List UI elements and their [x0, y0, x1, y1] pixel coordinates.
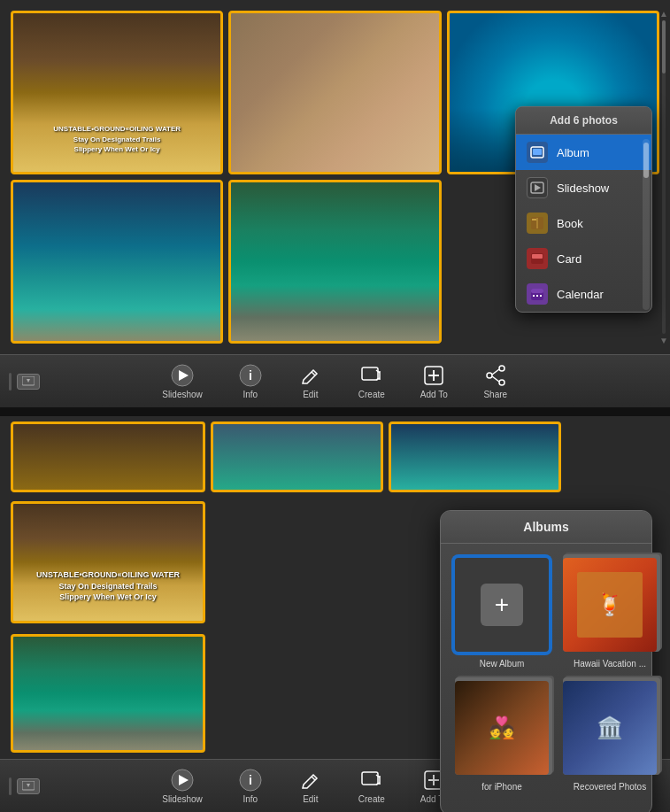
svg-point-28 [487, 373, 492, 378]
albums-modal-header: Albums [441, 511, 651, 544]
bottom-top-strip [0, 416, 670, 496]
album-item-hawaii[interactable]: 🍹 Hawaii Vacation ... [561, 556, 658, 669]
panel-divider [0, 407, 670, 416]
recovered-album-label: Recovered Photos [574, 782, 646, 792]
svg-rect-21 [362, 367, 378, 380]
svg-marker-32 [27, 784, 30, 787]
bottom-photo-warning[interactable] [11, 501, 205, 623]
album-icon [527, 142, 548, 163]
bottom-toolbar-create-item[interactable]: Create [350, 764, 394, 808]
recovered-album-stack: 🏛️ [561, 679, 658, 777]
bottom-main-content: Albums + New Album [0, 496, 670, 753]
bottom-toolbar-slideshow-item[interactable]: Slideshow [153, 764, 212, 808]
edit-toolbar-label: Edit [303, 390, 318, 399]
top-panel: ▲ ▼ Add 6 photos Album Slidesh [0, 0, 670, 407]
svg-marker-3 [535, 184, 541, 191]
book-icon [527, 213, 548, 234]
dropdown-item-slideshow[interactable]: Slideshow [516, 170, 651, 205]
bottom-info-toolbar-label: Info [243, 794, 258, 804]
info-toolbar-label: Info [243, 390, 258, 399]
album-item-iphone[interactable]: 💑 for iPhone [453, 679, 551, 792]
bottom-left-photos [11, 501, 205, 753]
card-icon [527, 248, 548, 269]
dropdown-item-book[interactable]: Book [516, 205, 651, 241]
share-toolbar-label: Share [483, 390, 507, 399]
calendar-icon [527, 283, 548, 305]
photo-thumb-5[interactable] [228, 180, 441, 344]
strip-photo-1[interactable] [11, 421, 205, 492]
share-icon [483, 363, 508, 388]
hawaii-album-label: Hawaii Vacation ... [574, 659, 646, 669]
new-album-cover[interactable]: + [453, 556, 551, 653]
scrollbar[interactable]: ▲ ▼ [659, 9, 668, 345]
album-label: Album [557, 146, 589, 159]
edit-icon [298, 363, 323, 388]
album-modal-container: Albums + New Album [214, 501, 659, 753]
bottom-create-toolbar-label: Create [358, 794, 385, 804]
dropdown-header: Add 6 photos [516, 107, 651, 135]
bottom-info-icon: i [238, 768, 263, 793]
dropdown-item-card[interactable]: Card [516, 241, 651, 276]
scroll-up-arrow[interactable]: ▲ [659, 9, 668, 19]
scroll-thumb [662, 20, 666, 73]
bottom-edit-icon [298, 768, 323, 793]
svg-line-29 [492, 369, 499, 375]
create-toolbar-label: Create [358, 390, 385, 399]
bottom-photo-pool[interactable] [11, 634, 205, 753]
hawaii-album-cover[interactable]: 🍹 [561, 556, 658, 653]
resize-handle-icon [9, 373, 12, 391]
recovered-album-cover[interactable]: 🏛️ [561, 679, 658, 777]
svg-rect-38 [362, 772, 378, 785]
svg-rect-8 [532, 254, 543, 259]
toolbar-slideshow-item[interactable]: Slideshow [153, 360, 212, 403]
album-item-new[interactable]: + New Album [453, 556, 551, 669]
bottom-slideshow-toolbar-label: Slideshow [162, 794, 203, 804]
iphone-album-cover[interactable]: 💑 [453, 679, 551, 777]
toolbar-share-item[interactable]: Share [474, 360, 517, 403]
bottom-slideshow-play-icon [170, 768, 195, 793]
svg-rect-11 [533, 295, 535, 297]
photo-thumb-2[interactable] [228, 11, 441, 174]
svg-point-26 [499, 366, 504, 371]
svg-line-37 [312, 777, 315, 780]
scroll-down-arrow[interactable]: ▼ [659, 336, 668, 345]
slideshow-label: Slideshow [557, 182, 609, 195]
svg-text:i: i [249, 368, 252, 383]
card-label: Card [557, 252, 581, 266]
bottom-resize-handle-icon [9, 777, 12, 795]
svg-rect-1 [533, 149, 542, 155]
photo-thumb-4[interactable] [11, 180, 223, 344]
bottom-toolbar-info-item[interactable]: i Info [229, 764, 272, 808]
bottom-import-icon[interactable] [17, 778, 40, 794]
calendar-label: Calendar [557, 288, 604, 301]
svg-line-20 [312, 372, 315, 375]
svg-rect-12 [536, 295, 538, 297]
dropdown-scrollbar-thumb [643, 143, 649, 178]
albums-grid: + New Album 🍹 [441, 544, 651, 804]
dropdown-scrollbar[interactable] [643, 139, 650, 310]
strip-photo-2[interactable] [211, 421, 383, 492]
photo-thumb-1[interactable] [11, 11, 223, 174]
toolbar-create-item[interactable]: Create [350, 360, 394, 403]
bottom-panel: Albums + New Album [0, 416, 670, 812]
new-album-label: New Album [480, 659, 525, 669]
create-dropdown-menu: Add 6 photos Album Slideshow [515, 106, 652, 313]
import-icon[interactable] [17, 374, 40, 390]
svg-text:i: i [249, 773, 252, 787]
svg-rect-10 [531, 289, 543, 293]
album-item-recovered[interactable]: 🏛️ Recovered Photos [561, 679, 658, 792]
toolbar-edit-item[interactable]: Edit [289, 360, 332, 403]
dropdown-item-album[interactable]: Album [516, 135, 651, 170]
albums-modal: Albums + New Album [440, 510, 652, 812]
svg-rect-6 [532, 219, 536, 220]
toolbar-addto-item[interactable]: Add To [412, 360, 457, 403]
bottom-toolbar-edit-item[interactable]: Edit [289, 764, 332, 808]
new-album-plus-icon: + [481, 584, 523, 626]
toolbar-info-item[interactable]: i Info [229, 360, 272, 403]
strip-photo-3[interactable] [389, 421, 561, 492]
create-icon [359, 363, 384, 388]
dropdown-item-calendar[interactable]: Calendar [516, 276, 651, 312]
iphone-album-stack: 💑 [453, 679, 551, 777]
svg-point-27 [499, 380, 504, 385]
info-icon: i [238, 363, 263, 388]
